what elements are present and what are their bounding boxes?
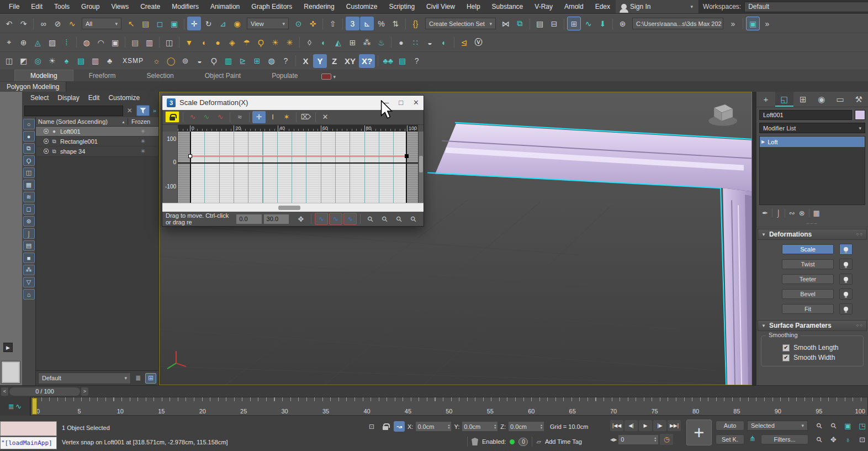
display-cameras-icon[interactable]: ◫ (23, 167, 35, 178)
previous-frame-button[interactable]: ◀| (624, 420, 638, 431)
teeter-button[interactable]: Teeter (782, 274, 834, 284)
scale-curve-line[interactable] (190, 155, 406, 156)
object-name-field[interactable]: Loft001 (759, 110, 852, 120)
menu-tools[interactable]: Tools (49, 1, 75, 12)
zoom-tool-icon[interactable]: ⚲ (393, 213, 406, 225)
scale-enable-toggle[interactable] (839, 244, 853, 255)
zoom-icon[interactable]: ⚲ (813, 420, 825, 431)
display-materials-icon[interactable]: ■ (23, 253, 35, 263)
stack-item-loft[interactable]: ▶ Loft (760, 137, 865, 147)
display-particles-icon[interactable]: ⁂ (23, 265, 35, 275)
y-constraint-button[interactable]: Y (313, 54, 327, 68)
menu-create[interactable]: Create (135, 1, 166, 12)
tab-freeform[interactable]: Freeform (73, 70, 131, 81)
zoom-all-icon[interactable]: ⚲ (827, 420, 840, 431)
vray-toolbar-menu-icon[interactable]: Ⓥ (472, 35, 485, 49)
remove-modifier-icon[interactable]: ⊗ (799, 209, 805, 217)
half-sphere-tool-icon[interactable]: ◐ (317, 35, 331, 49)
go-to-end-button[interactable]: ▶▶| (668, 420, 681, 431)
tree-tool-icon[interactable]: ♠ (60, 54, 73, 68)
twist-button[interactable]: Twist (782, 259, 834, 269)
menu-help[interactable]: Help (461, 1, 486, 12)
display-xrefs-icon[interactable]: ⊛ (23, 216, 35, 227)
current-frame-field[interactable]: 0 ▴▾ (618, 435, 658, 444)
select-by-name-icon[interactable]: ▤ (139, 17, 152, 30)
box-project-tool-icon[interactable]: ▣ (108, 35, 122, 49)
selection-set-dropdown[interactable]: Default ▾ (38, 373, 131, 384)
time-configuration-button[interactable]: ◷ (660, 434, 673, 445)
counter-badge[interactable]: 0 (518, 438, 528, 446)
menu-v-ray[interactable]: V-Ray (529, 1, 558, 12)
column-header-name[interactable]: Name (Sorted Ascending) (38, 118, 108, 125)
point-y-field[interactable]: 30.0 (264, 214, 289, 224)
pyramid-primitive-icon[interactable]: ◭ (331, 35, 345, 49)
grid-helper-icon[interactable]: ⊞ (346, 35, 359, 49)
hierarchy-tab[interactable]: ⊞ (793, 92, 812, 107)
maximize-viewport-toggle-icon[interactable]: ⊡ (856, 434, 868, 445)
geosphere-primitive-icon[interactable]: ◈ (225, 35, 239, 49)
table-row-rectangle001[interactable]: ⧉ Rectangle001 ✳ (36, 137, 158, 146)
material-sphere-icon[interactable]: ● (394, 35, 408, 49)
sunlight-tool-icon[interactable]: ☀ (268, 35, 282, 49)
help-circle-icon[interactable]: ? (410, 54, 424, 68)
panel-tool-icon[interactable]: ▥ (221, 54, 235, 68)
workspace-dropdown[interactable]: Default ▾ (744, 2, 868, 12)
explorer-menu-select[interactable]: Select (27, 93, 52, 103)
forest-pack-tool-icon[interactable]: ♣♣ (381, 54, 395, 68)
use-pivot-point-center-icon[interactable]: ⊙ (292, 17, 305, 30)
reset-curve-icon[interactable]: ✕ (319, 111, 332, 123)
menu-substance[interactable]: Substance (486, 1, 529, 12)
create-camera-from-view-icon[interactable]: ◫ (2, 54, 16, 68)
motion-tab[interactable]: ◉ (812, 92, 831, 107)
table-row-shape-34[interactable]: ⧉ shape 34 ✳ (36, 146, 158, 156)
undo-icon[interactable]: ↶ (2, 17, 16, 30)
table-row-loft001[interactable]: ● Loft001 ✳ (36, 127, 158, 137)
go-to-start-button[interactable]: |◀◀ (610, 420, 623, 431)
modifier-list-dropdown[interactable]: Modifier List ▾ (759, 123, 865, 133)
utilities-tab[interactable]: ⚒ (849, 92, 868, 107)
display-groups-icon[interactable]: ◻ (23, 204, 35, 214)
zoom-region-icon[interactable]: ⚲ (407, 213, 420, 225)
horizontal-scrollbar[interactable] (162, 203, 424, 212)
clear-search-icon[interactable]: ✕ (125, 107, 134, 114)
add-time-tag[interactable]: Add Time Tag (545, 438, 582, 445)
menu-animation[interactable]: Animation (205, 1, 245, 12)
bulb-tool-icon[interactable]: Ϙ (254, 35, 268, 49)
frozen-toggle-icon[interactable]: ✳ (128, 138, 158, 144)
video-panel-tool-icon[interactable]: ⊵ (236, 54, 250, 68)
edit-named-selection-sets-icon[interactable]: {} (409, 17, 422, 30)
insert-corner-point-icon[interactable]: ✶ (280, 111, 293, 123)
tab-selection[interactable]: Selection (131, 70, 189, 81)
zoom-extents-vertical-icon[interactable]: ∿ (343, 213, 357, 225)
display-lights-icon[interactable]: Ϙ (23, 155, 35, 166)
display-xy-axes-icon[interactable]: ∿ (214, 111, 227, 123)
sphere-primitive-icon[interactable]: ● (211, 35, 225, 49)
display-helpers-icon[interactable]: ▦ (23, 180, 35, 190)
scale-button[interactable]: Scale (782, 244, 834, 254)
material-swatch[interactable] (1, 361, 20, 384)
deformations-rollout-header[interactable]: ▼ Deformations ⁘⁘ (758, 229, 867, 240)
selection-lock-icon[interactable] (380, 421, 391, 432)
arc-tool-icon[interactable]: ◠ (94, 35, 108, 49)
control-point-start[interactable] (188, 154, 192, 158)
display-space-warps-icon[interactable]: ≋ (23, 192, 35, 202)
tab-modeling[interactable]: Modeling (14, 70, 73, 81)
render-setup-icon[interactable]: ⊛ (616, 17, 629, 30)
swap-deform-curves-icon[interactable]: ≈ (233, 111, 246, 123)
scale-control-point-icon[interactable]: I (266, 111, 279, 123)
shield-icon[interactable] (472, 438, 478, 445)
x-query-constraint-button[interactable]: X? (359, 54, 375, 68)
display-y-axis-icon[interactable]: ∿ (200, 111, 213, 123)
display-containers-icon[interactable]: ▤ (23, 240, 35, 251)
create-selection-set-dropdown[interactable]: Create Selection Set ▾ (425, 18, 496, 29)
select-and-scale-icon[interactable]: ⊿ (216, 17, 230, 30)
panel-splitter[interactable]: ┄┄┄ (756, 221, 868, 227)
maxscript-listener-line[interactable]: "[loadMainApp] (0, 437, 57, 449)
control-point-end[interactable] (405, 154, 409, 158)
frame-display[interactable]: 0 / 100 (9, 387, 80, 396)
surface-parameters-rollout-header[interactable]: ▼ Surface Parameters ⁘⁘ (758, 320, 867, 331)
percent-snap-toggle-icon[interactable]: % (374, 17, 388, 30)
display-tab[interactable]: ▭ (831, 92, 850, 107)
select-object-icon[interactable]: ↖ (124, 17, 138, 30)
help-tool-icon[interactable]: ? (279, 54, 293, 68)
